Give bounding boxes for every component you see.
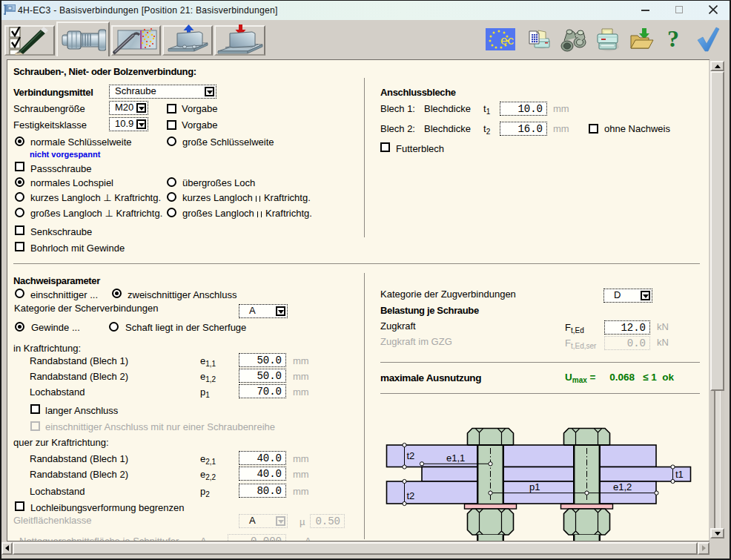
svg-text:t2: t2: [407, 450, 415, 461]
svg-text:ec: ec: [500, 33, 514, 47]
svg-text:e1,1: e1,1: [446, 452, 465, 464]
svg-text:e1,2: e1,2: [613, 481, 632, 493]
svg-text:t1: t1: [675, 469, 684, 480]
svg-text:t2: t2: [407, 490, 415, 501]
svg-text:p1: p1: [529, 481, 540, 493]
svg-text:?: ?: [667, 27, 679, 52]
